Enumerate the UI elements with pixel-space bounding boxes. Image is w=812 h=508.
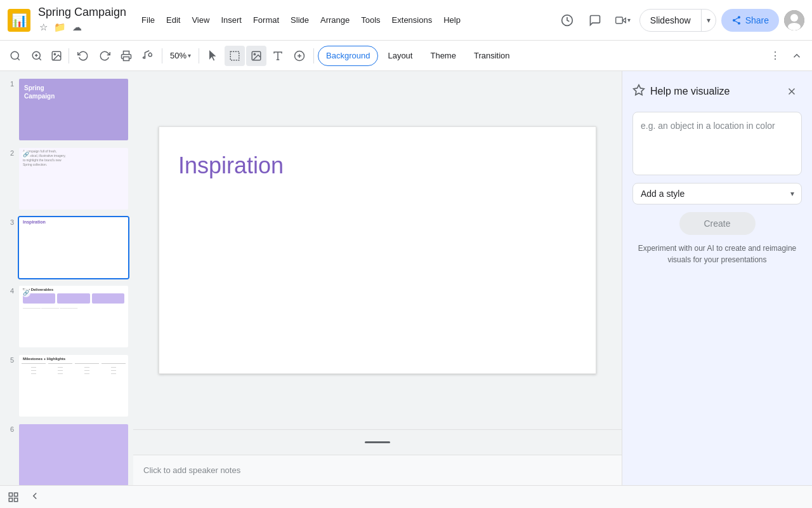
- svg-point-5: [788, 23, 801, 30]
- notes-placeholder: Click to add speaker notes: [143, 465, 240, 475]
- slide-item[interactable]: 1 SpringCampaign: [3, 76, 131, 143]
- version-history-button[interactable]: [556, 9, 579, 32]
- right-panel: Help me visualize e.g. an object in a lo…: [622, 71, 812, 485]
- slide-thumbnail[interactable]: Key Deliverables ——————— ——————— ———————…: [18, 284, 129, 349]
- grid-view-button[interactable]: [5, 489, 22, 505]
- slide-thumbnail[interactable]: A campaign full of fresh,fantastical, il…: [18, 147, 129, 211]
- zoom-selector[interactable]: 50% ▾: [166, 48, 195, 63]
- slide-number: 5: [4, 356, 14, 364]
- menu-extensions[interactable]: Extensions: [387, 13, 438, 27]
- create-button[interactable]: Create: [679, 212, 756, 235]
- toolbar-divider-2: [162, 48, 162, 64]
- menu-insert[interactable]: Insert: [216, 13, 247, 27]
- zoom-value: 50%: [170, 51, 187, 60]
- paint-format-button[interactable]: [138, 46, 158, 66]
- slide-number: 1: [4, 80, 14, 88]
- menu-bar: File Edit View Insert Format Slide Arran…: [136, 13, 466, 27]
- bottom-bar: [0, 485, 812, 508]
- cursor-tool-button[interactable]: [203, 46, 223, 66]
- menu-view[interactable]: View: [187, 13, 214, 27]
- share-label: Share: [745, 15, 769, 25]
- add-plus-button[interactable]: [289, 46, 310, 66]
- image-options-button[interactable]: [48, 46, 65, 66]
- slide-item[interactable]: 3 Inspiration: [3, 215, 131, 281]
- panel-header: Help me visualize: [622, 71, 812, 107]
- svg-rect-25: [9, 493, 12, 496]
- text-toolbar-button[interactable]: [268, 46, 288, 66]
- transition-button[interactable]: Transition: [466, 46, 518, 66]
- slide-6-purple: [19, 424, 128, 485]
- panel-close-button[interactable]: [782, 81, 802, 102]
- slide-item[interactable]: 6: [3, 422, 131, 485]
- collapse-toolbar-button[interactable]: [787, 46, 807, 66]
- comment-button[interactable]: [584, 9, 606, 32]
- search-toolbar-button[interactable]: [5, 46, 25, 66]
- svg-rect-26: [15, 493, 18, 496]
- background-button[interactable]: Background: [318, 46, 378, 66]
- layout-button[interactable]: Layout: [379, 46, 421, 66]
- slide-4-heading: Key Deliverables: [19, 286, 128, 291]
- tl-item-2: ——————: [48, 363, 72, 375]
- svg-point-6: [11, 51, 18, 59]
- slide-5-heading: Milestones + Highlights: [19, 355, 128, 361]
- slide-thumbnail[interactable]: SpringCampaign: [18, 77, 129, 142]
- menu-format[interactable]: Format: [248, 13, 284, 27]
- svg-rect-27: [9, 498, 12, 501]
- more-options-button[interactable]: ⋮: [765, 46, 785, 66]
- slide-progress-indicator: [365, 441, 390, 443]
- top-bar-right: ▾ Slideshow ▾ Share: [556, 9, 804, 32]
- document-title: Spring Campaign: [38, 6, 126, 20]
- slide-item[interactable]: 4 Key Deliverables ——————— ——————— —————…: [3, 283, 131, 350]
- star-button[interactable]: ☆: [38, 20, 49, 34]
- print-button[interactable]: [116, 46, 136, 66]
- zoom-chevron-icon: ▾: [188, 52, 191, 59]
- share-button[interactable]: Share: [721, 9, 779, 32]
- slide-number: 3: [4, 218, 14, 226]
- cloud-button[interactable]: ☁: [71, 20, 83, 34]
- panel-footer-text: Experiment with our AI to create and rei…: [632, 243, 802, 265]
- slide-canvas[interactable]: Inspiration: [159, 126, 596, 374]
- slide-number: 6: [4, 425, 14, 433]
- notes-bar[interactable]: Click to add speaker notes: [133, 455, 622, 485]
- menu-slide[interactable]: Slide: [285, 13, 314, 27]
- slide-3-heading: Inspiration: [19, 217, 128, 225]
- slide-item[interactable]: 2 A campaign full of fresh,fantastical, …: [3, 145, 131, 212]
- svg-point-4: [790, 14, 798, 22]
- tl-item-1: ——————: [22, 363, 46, 375]
- theme-button[interactable]: Theme: [422, 46, 464, 66]
- slide-thumbnail[interactable]: [18, 423, 129, 485]
- collapse-panel-button[interactable]: [27, 488, 43, 507]
- slide-editor: Inspiration Click to add speaker notes: [133, 71, 622, 485]
- visualize-placeholder: e.g. an object in a location in color: [641, 121, 775, 131]
- user-avatar[interactable]: [784, 10, 804, 30]
- slideshow-button[interactable]: Slideshow: [640, 10, 701, 31]
- svg-rect-28: [15, 498, 18, 501]
- menu-help[interactable]: Help: [438, 13, 466, 27]
- panel-title-icon: [632, 84, 645, 100]
- slide-thumbnail-selected[interactable]: Inspiration: [18, 216, 129, 280]
- panel-body: e.g. an object in a location in color Ad…: [622, 107, 812, 276]
- slide-thumbnail[interactable]: Milestones + Highlights —————— —————— ——…: [18, 354, 129, 418]
- undo-button[interactable]: [73, 46, 93, 66]
- zoom-in-button[interactable]: [27, 46, 47, 66]
- slide-panel: 1 SpringCampaign 2 A campaign full of fr…: [0, 71, 133, 485]
- menu-arrange[interactable]: Arrange: [315, 13, 355, 27]
- menu-file[interactable]: File: [136, 13, 160, 27]
- slideshow-button-group: Slideshow ▾: [639, 9, 716, 32]
- svg-point-13: [54, 53, 55, 55]
- folder-button[interactable]: 📁: [53, 20, 67, 34]
- style-select[interactable]: Add a styleRealisticIllustratedAbstractW…: [632, 183, 802, 204]
- menu-tools[interactable]: Tools: [356, 13, 385, 27]
- slideshow-dropdown[interactable]: ▾: [702, 10, 716, 31]
- app-icon: 📊: [8, 9, 30, 32]
- menu-edit[interactable]: Edit: [161, 13, 185, 27]
- slide-item[interactable]: 5 Milestones + Highlights —————— —————— …: [3, 352, 131, 419]
- image-toolbar-button[interactable]: [246, 46, 266, 66]
- editor-and-panel: Inspiration Click to add speaker notes H…: [133, 71, 812, 485]
- visualize-input[interactable]: e.g. an object in a location in color: [632, 112, 802, 175]
- tl-item-3: ——————: [75, 363, 99, 375]
- select-area-button[interactable]: [225, 46, 245, 66]
- redo-button[interactable]: [95, 46, 115, 66]
- slide-canvas-area[interactable]: Inspiration: [133, 71, 622, 429]
- camera-button[interactable]: ▾: [612, 9, 634, 32]
